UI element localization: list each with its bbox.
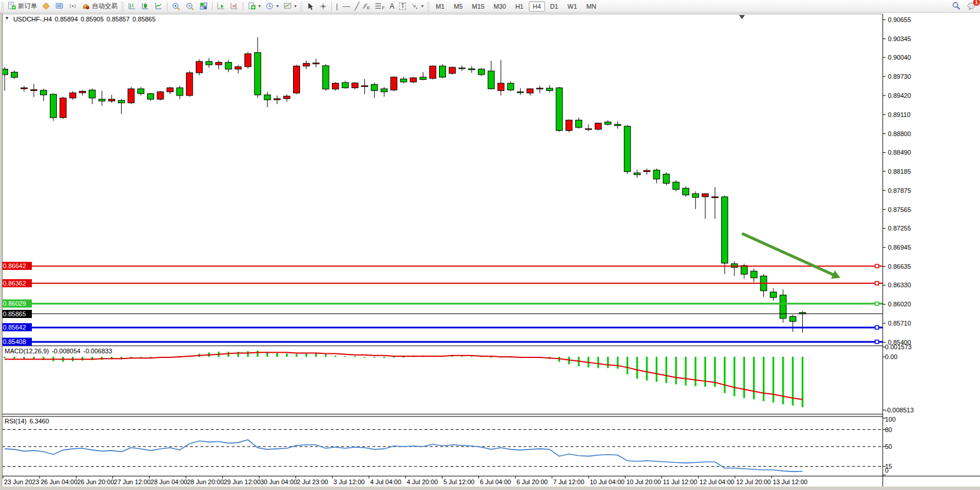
candle-body: [663, 174, 670, 184]
candle-body: [537, 88, 543, 89]
text-tool-button[interactable]: A: [387, 1, 397, 12]
macd-name-label: MACD(12,26,9): [5, 348, 49, 354]
macd-bar: [773, 357, 774, 403]
data-window-icon: [55, 2, 64, 10]
timeframe-m5[interactable]: M5: [450, 1, 467, 12]
timeframe-mn[interactable]: MN: [582, 1, 600, 12]
signals-icon: [68, 2, 77, 10]
toolbar-grip: [1, 2, 4, 11]
trend-arrow-annotation[interactable]: [743, 234, 833, 275]
candle-body: [79, 91, 86, 93]
vertical-line-icon: |: [336, 2, 338, 10]
timeframe-m15[interactable]: M15: [468, 1, 488, 12]
toolbar-separator: [243, 2, 243, 11]
macd-bar: [685, 357, 687, 386]
macd-bar: [335, 356, 337, 357]
macd-signal-line: [5, 352, 803, 399]
macd-bar: [82, 357, 83, 360]
timeframe-h4[interactable]: H4: [529, 1, 545, 12]
close-value: 0.85865: [133, 16, 156, 23]
candle-body: [683, 188, 689, 195]
hline-handle[interactable]: [875, 340, 879, 343]
auto-scroll-button[interactable]: [214, 1, 228, 12]
horizontal-line-tool-button[interactable]: —: [340, 1, 352, 12]
timeframe-m1[interactable]: M1: [432, 1, 448, 12]
open-value: 0.85894: [55, 16, 78, 23]
macd-bar: [393, 357, 395, 358]
chat-button[interactable]: 1: [967, 1, 977, 12]
macd-bar: [743, 357, 745, 398]
auto-trading-button[interactable]: 自动交易: [79, 1, 120, 12]
rsi-name-label: RSI(14): [5, 418, 27, 425]
new-order-icon: [8, 2, 16, 10]
market-watch-button[interactable]: [39, 1, 53, 12]
candle-body: [11, 72, 17, 78]
zoom-in-button[interactable]: [169, 1, 183, 12]
candle-body: [148, 94, 154, 100]
candle-body: [215, 63, 222, 65]
hline-handle[interactable]: [875, 264, 879, 268]
hline-handle[interactable]: [875, 302, 879, 305]
timeframe-w1[interactable]: W1: [564, 1, 582, 12]
candle-body: [507, 83, 514, 90]
macd-bar: [753, 357, 755, 399]
timeframe-bar: M1M5M15M30H1H4D1W1MN: [431, 1, 601, 12]
chart-shift-icon: [230, 2, 239, 10]
arrows-tool-button[interactable]: ▾: [408, 1, 426, 12]
candle-body: [702, 194, 708, 197]
hline-handle[interactable]: [3, 326, 6, 329]
text-label-tool-button[interactable]: T: [397, 1, 408, 12]
fibonacci-icon: ☰: [375, 2, 382, 10]
crosshair-tool-button[interactable]: [317, 1, 330, 12]
data-window-button[interactable]: [53, 1, 66, 12]
chart-canvas[interactable]: [0, 0, 980, 490]
equidistant-channel-tool-button[interactable]: ⁄⁄ E: [361, 1, 372, 12]
candle-body: [459, 68, 465, 69]
candle-chart-button[interactable]: [138, 1, 152, 12]
signals-button[interactable]: [66, 1, 79, 12]
tile-windows-button[interactable]: [197, 1, 210, 12]
macd-bar: [646, 357, 648, 381]
timeframe-d1[interactable]: D1: [546, 1, 562, 12]
line-chart-button[interactable]: [152, 1, 165, 12]
candle-body: [225, 63, 232, 70]
new-order-button[interactable]: 新订单: [5, 1, 39, 12]
candle-body: [21, 88, 27, 89]
vertical-line-tool-button[interactable]: |: [334, 1, 340, 12]
timeframe-m30[interactable]: M30: [489, 1, 510, 12]
bar-chart-button[interactable]: [125, 1, 138, 12]
candle-body: [712, 197, 718, 198]
zoom-out-button[interactable]: [183, 1, 197, 12]
macd-bar: [782, 357, 784, 404]
candle-body: [157, 92, 163, 100]
hline-handle[interactable]: [3, 281, 6, 285]
low-value: 0.85857: [107, 16, 130, 23]
indicators-button[interactable]: ▾: [245, 1, 263, 12]
candle-body: [50, 94, 57, 118]
auto-trading-label: 自动交易: [92, 2, 118, 10]
fibonacci-tool-button[interactable]: ☰ F: [372, 1, 387, 12]
hline-handle[interactable]: [875, 281, 879, 285]
hline-handle[interactable]: [3, 340, 6, 343]
candle-body: [99, 99, 105, 101]
hline-handle[interactable]: [3, 302, 6, 305]
macd-bar: [597, 357, 599, 368]
candle-body: [634, 173, 641, 174]
hline-handle[interactable]: [875, 326, 879, 329]
fibonacci-letter: F: [382, 5, 385, 10]
search-icon[interactable]: [952, 1, 961, 12]
window-bottom-edge: [0, 487, 980, 490]
trendline-tool-button[interactable]: ╱: [352, 1, 361, 12]
templates-button[interactable]: ▾: [281, 1, 299, 12]
chart-shift-button[interactable]: [228, 1, 241, 12]
trendline-icon: ╱: [354, 2, 359, 10]
candle-body: [586, 129, 592, 130]
cursor-tool-button[interactable]: [304, 1, 317, 12]
periods-button[interactable]: ▾: [263, 1, 281, 12]
hline-handle[interactable]: [3, 264, 6, 268]
auto-scroll-icon: [217, 2, 225, 10]
clock-icon: [265, 2, 274, 10]
chevron-down-icon[interactable]: ▼: [5, 16, 9, 23]
symbol-period-label: USDCHF-,H4: [13, 16, 52, 23]
timeframe-h1[interactable]: H1: [511, 1, 528, 12]
